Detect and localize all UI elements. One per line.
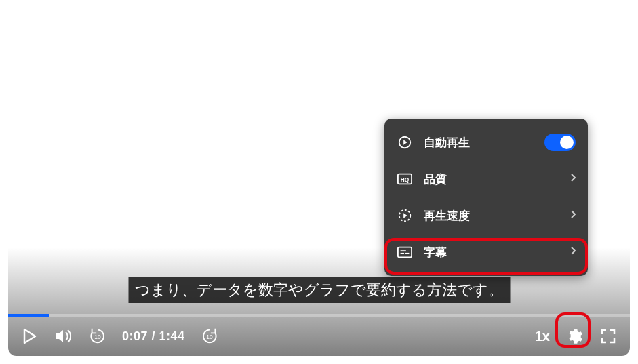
menu-item-label: 字幕 xyxy=(424,245,559,260)
svg-rect-4 xyxy=(398,247,412,258)
caption-text: つまり、データを数字やグラフで要約する方法です。 xyxy=(128,277,510,303)
speed-icon xyxy=(397,208,413,223)
svg-text:10: 10 xyxy=(94,333,101,340)
settings-menu: 自動再生 HQ 品質 再生速度 字幕 xyxy=(384,119,588,276)
svg-text:HQ: HQ xyxy=(401,177,410,183)
menu-item-quality[interactable]: HQ 品質 xyxy=(384,161,588,197)
menu-item-subtitle[interactable]: 字幕 xyxy=(384,234,588,270)
menu-item-autoplay[interactable]: 自動再生 xyxy=(384,124,588,161)
subtitle-icon xyxy=(397,246,413,258)
duration: 1:44 xyxy=(159,329,185,343)
hq-icon: HQ xyxy=(397,173,413,185)
menu-item-label: 再生速度 xyxy=(424,208,559,224)
chevron-right-icon xyxy=(570,173,576,185)
play-circle-icon xyxy=(397,135,413,150)
current-time: 0:07 xyxy=(122,329,148,343)
menu-item-label: 自動再生 xyxy=(424,135,534,150)
menu-item-speed[interactable]: 再生速度 xyxy=(384,197,588,234)
svg-text:10: 10 xyxy=(206,333,213,340)
menu-item-label: 品質 xyxy=(424,171,559,187)
fullscreen-button[interactable] xyxy=(599,327,618,346)
rewind-10-button[interactable]: 10 xyxy=(88,327,107,346)
settings-button[interactable] xyxy=(565,327,584,346)
speed-button[interactable]: 1x xyxy=(535,329,550,344)
time-display: 0:07 / 1:44 xyxy=(122,329,185,344)
chevron-right-icon xyxy=(570,246,576,258)
autoplay-toggle[interactable] xyxy=(544,134,576,151)
forward-10-button[interactable]: 10 xyxy=(200,327,219,346)
control-bar: 10 0:07 / 1:44 10 1x xyxy=(8,317,630,356)
chevron-right-icon xyxy=(570,209,576,222)
video-player: つまり、データを数字やグラフで要約する方法です。 自動再生 HQ 品質 再 xyxy=(8,8,630,356)
play-button[interactable] xyxy=(20,327,39,346)
time-separator: / xyxy=(148,329,159,343)
volume-button[interactable] xyxy=(54,327,73,346)
